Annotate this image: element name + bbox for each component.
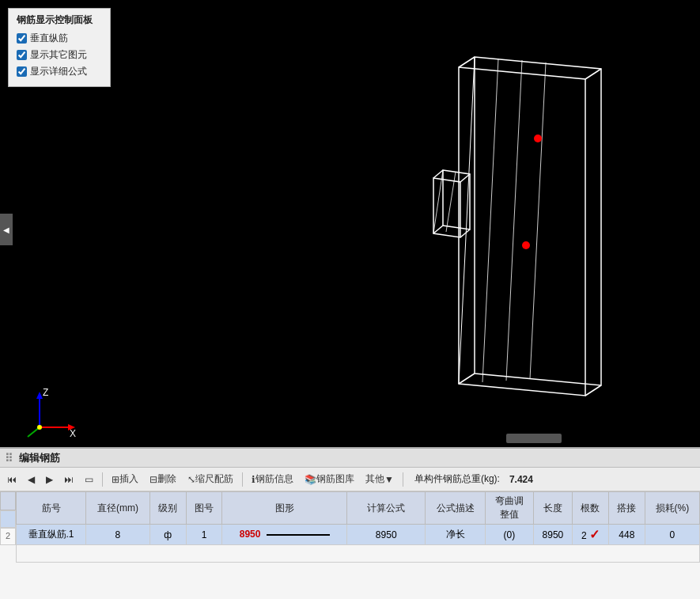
control-panel: 钢筋显示控制面板 垂直纵筋 显示其它图元 显示详细公式 [8,8,111,87]
cell-diameter: 8 [86,525,150,545]
col-header-diameter: 直径(mm) [86,492,150,525]
empty-row-cell [17,545,700,563]
svg-line-9 [530,63,546,379]
row-num-1 [0,510,16,528]
scale-icon: ⤡ [187,474,195,485]
checkbox-detail-formula[interactable]: 显示详细公式 [17,65,102,78]
red-dot-2 [522,241,530,249]
scale-btn[interactable]: ⤡ 缩尺配筋 [184,471,237,487]
svg-line-3 [585,69,601,79]
svg-line-4 [585,385,601,396]
svg-line-12 [433,170,443,178]
row-num-2: 2 [0,528,16,545]
insert-icon: ⊞ [112,474,119,485]
table-header-row: 筋号 直径(mm) 级别 图号 图形 计算公式 公式描述 弯曲调整值 长度 根数… [17,492,700,525]
frame-btn[interactable]: ▭ [81,472,97,487]
insert-btn[interactable]: ⊞ 插入 [108,471,142,487]
lib-icon: 📚 [305,474,316,485]
rebar-info-btn[interactable]: ℹ 钢筋信息 [248,471,297,487]
sep1 [102,472,103,487]
col-header-formula-desc: 公式描述 [426,492,486,525]
svg-line-2 [459,57,475,67]
svg-line-7 [482,59,498,382]
checkbox-other-elements-input[interactable] [17,50,27,60]
prev-btn[interactable]: ◀ [24,472,39,487]
svg-line-5 [459,373,475,384]
other-btn[interactable]: 其他 ▼ [361,471,398,487]
cell-jinhao: 垂直纵筋.1 [17,525,86,545]
cell-formula-desc: 净长 [426,525,486,545]
svg-line-14 [460,229,470,237]
row-numbers: 2 [0,491,16,563]
cell-formula: 8950 [347,525,426,545]
svg-line-6 [459,57,475,384]
svg-text:X: X [70,428,76,439]
3d-viewport: 钢筋显示控制面板 垂直纵筋 显示其它图元 显示详细公式 ◀ [0,0,700,447]
sep3 [403,472,403,487]
svg-line-8 [506,60,522,381]
checkbox-other-elements[interactable]: 显示其它图元 [17,48,102,62]
cell-tuhao: 1 [186,525,222,545]
col-header-overlap: 搭接 [608,492,645,525]
svg-line-16 [433,170,443,233]
col-header-shape: 图形 [222,492,347,525]
col-header-formula: 计算公式 [347,492,426,525]
last-btn[interactable]: ⏭ [60,472,78,487]
table-container: 2 筋号 直径(mm) 级别 图号 图形 计算公式 公式描述 弯曲调整值 长度 … [0,491,700,563]
svg-marker-11 [443,170,470,229]
table-row[interactable]: 垂直纵筋.1 8 ф 1 8950 8950 净长 (0) 8950 [17,525,700,545]
total-weight-value: 7.424 [509,474,533,485]
cell-overlap: 448 [608,525,645,545]
dropdown-icon: ▼ [384,474,394,485]
svg-point-25 [37,425,42,430]
coordinate-axis: Z X [28,387,76,439]
checkbox-detail-formula-label: 显示详细公式 [30,65,87,78]
check-mark: ✓ [589,528,600,541]
rebar-table: 筋号 直径(mm) 级别 图号 图形 计算公式 公式描述 弯曲调整值 长度 根数… [16,491,700,563]
svg-text:Z: Z [43,387,48,398]
editor-toolbar: ⏮ ◀ ▶ ⏭ ▭ ⊞ 插入 ⊟ 删除 ⤡ 缩尺配筋 ℹ 钢筋信息 📚 钢筋图库… [0,468,700,491]
checkbox-vertical-rebar[interactable]: 垂直纵筋 [17,32,102,45]
editor-title: 编辑钢筋 [19,451,60,465]
total-weight-label: 单构件钢筋总重(kg): [414,472,500,486]
col-header-count: 根数 [573,492,609,525]
checkbox-vertical-rebar-label: 垂直纵筋 [30,32,68,45]
rebar-lib-btn[interactable]: 📚 钢筋图库 [301,471,358,487]
checkbox-vertical-rebar-input[interactable] [17,33,27,44]
col-header-loss: 损耗(%) [645,492,699,525]
cell-loss: 0 [645,525,699,545]
first-btn[interactable]: ⏮ [3,472,21,487]
drag-handle-icon: ⠿ [5,452,14,464]
editor-titlebar: ⠿ 编辑钢筋 [0,449,700,468]
cell-count: 2 ✓ [573,525,609,545]
col-header-bend-adj: 弯曲调整值 [486,492,534,525]
control-panel-title: 钢筋显示控制面板 [17,13,102,27]
editor-panel: ⠿ 编辑钢筋 ⏮ ◀ ▶ ⏭ ▭ ⊞ 插入 ⊟ 删除 ⤡ 缩尺配筋 ℹ 钢筋信息… [0,447,700,599]
svg-marker-19 [36,392,43,399]
next-btn[interactable]: ▶ [42,472,57,487]
cell-shape: 8950 [222,525,347,545]
col-header-length: 长度 [533,492,572,525]
cell-bend-adj: (0) [486,525,534,545]
checkbox-detail-formula-input[interactable] [17,66,27,77]
delete-btn[interactable]: ⊟ 删除 [146,471,180,487]
svg-marker-0 [459,67,585,396]
checkbox-other-elements-label: 显示其它图元 [30,48,87,62]
delete-icon: ⊟ [149,474,157,485]
col-header-level: 级别 [149,492,186,525]
table-row-empty[interactable] [17,545,700,563]
col-header-jinhao: 筋号 [17,492,86,525]
col-header-tuhao: 图号 [186,492,222,525]
cell-length: 8950 [533,525,572,545]
red-dot-1 [534,135,542,142]
svg-line-15 [433,226,443,233]
sep2 [242,472,243,487]
bottom-scrollbar[interactable] [506,434,562,443]
cell-level: ф [149,525,186,545]
